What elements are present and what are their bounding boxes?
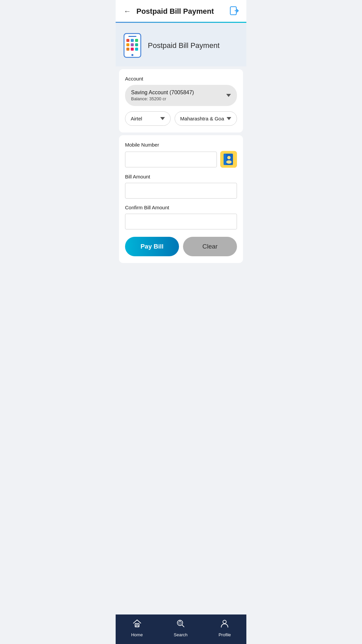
operator-dropdown[interactable]: Airtel: [125, 111, 171, 126]
header: ← Postpaid Bill Payment: [116, 0, 246, 23]
chevron-down-icon: [226, 94, 231, 97]
svg-rect-11: [131, 48, 134, 51]
confirm-bill-label: Confirm Bill Amount: [125, 205, 237, 210]
circle-label: Maharashtra & Goa: [180, 116, 224, 121]
svg-rect-4: [126, 39, 129, 42]
mobile-row: [125, 151, 237, 168]
account-name: Saving Account (7005847): [131, 90, 194, 96]
svg-point-3: [131, 54, 133, 56]
postpaid-phone-icon: [122, 33, 142, 58]
svg-rect-8: [131, 43, 134, 46]
svg-rect-15: [224, 154, 226, 165]
hero-section: Postpaid Bill Payment: [116, 23, 246, 66]
action-buttons-row: Pay Bill Clear: [125, 237, 237, 256]
home-icon: [132, 619, 142, 631]
search-nav-label: Search: [174, 632, 187, 637]
svg-rect-18: [135, 624, 139, 627]
svg-point-17: [226, 160, 232, 164]
logout-button[interactable]: [229, 5, 240, 17]
search-icon: [176, 619, 186, 631]
nav-item-home[interactable]: Home: [131, 619, 143, 637]
svg-rect-9: [135, 43, 138, 46]
svg-rect-6: [135, 39, 138, 42]
account-balance: Balance: 35200 cr: [131, 96, 194, 101]
account-section: Account Saving Account (7005847) Balance…: [119, 69, 243, 132]
confirm-bill-input[interactable]: [125, 214, 237, 229]
circle-chevron-icon: [227, 117, 231, 120]
profile-nav-label: Profile: [219, 632, 231, 637]
clear-button[interactable]: Clear: [183, 237, 237, 256]
svg-point-23: [223, 620, 226, 624]
account-dropdown[interactable]: Saving Account (7005847) Balance: 35200 …: [125, 85, 237, 106]
bill-amount-label: Bill Amount: [125, 174, 237, 179]
svg-rect-10: [126, 48, 129, 51]
nav-item-profile[interactable]: Profile: [219, 619, 231, 637]
home-nav-label: Home: [131, 632, 143, 637]
back-arrow-icon: ←: [124, 7, 131, 15]
svg-point-16: [227, 156, 231, 159]
page-title: Postpaid Bill Payment: [136, 7, 229, 16]
operator-chevron-icon: [160, 117, 165, 120]
account-label: Account: [125, 76, 237, 82]
operator-label: Airtel: [131, 116, 142, 121]
bill-amount-field: Bill Amount: [125, 174, 237, 199]
back-button[interactable]: ←: [122, 6, 132, 17]
mobile-label: Mobile Number: [125, 142, 237, 148]
mobile-input[interactable]: [125, 152, 217, 167]
nav-item-search[interactable]: Search: [174, 619, 187, 637]
svg-rect-19: [136, 625, 138, 627]
bottom-nav: Home Search Profile: [116, 614, 246, 644]
circle-dropdown[interactable]: Maharashtra & Goa: [175, 111, 237, 126]
confirm-bill-field: Confirm Bill Amount: [125, 205, 237, 229]
profile-icon: [220, 619, 230, 631]
logout-icon: [229, 11, 240, 17]
bill-amount-input[interactable]: [125, 183, 237, 199]
hero-title: Postpaid Bill Payment: [148, 41, 220, 50]
svg-rect-2: [128, 36, 136, 37]
pay-bill-button[interactable]: Pay Bill: [125, 237, 179, 256]
svg-rect-7: [126, 43, 129, 46]
account-info: Saving Account (7005847) Balance: 35200 …: [131, 90, 194, 101]
bill-form-section: Mobile Number Bill Amount Confirm Bill A…: [119, 135, 243, 263]
svg-rect-5: [131, 39, 134, 42]
dropdowns-row: Airtel Maharashtra & Goa: [125, 111, 237, 126]
svg-rect-12: [135, 48, 138, 51]
contact-book-icon[interactable]: [220, 151, 237, 168]
mobile-input-wrap: [125, 152, 217, 167]
